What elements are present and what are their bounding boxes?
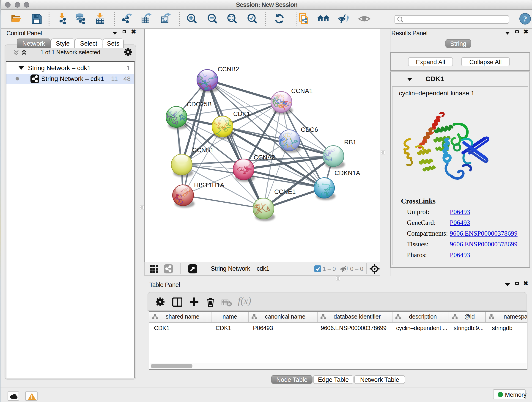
svg-text:CCNA2: CCNA2 bbox=[254, 154, 275, 161]
svg-text:CDKN1A: CDKN1A bbox=[335, 169, 360, 177]
svg-text:CDC6: CDC6 bbox=[301, 126, 318, 133]
svg-text:CCNA1: CCNA1 bbox=[291, 87, 313, 95]
svg-text:CCNE1: CCNE1 bbox=[274, 188, 296, 195]
svg-text:CCNB1: CCNB1 bbox=[192, 147, 214, 153]
svg-text:RB1: RB1 bbox=[344, 139, 356, 146]
svg-text:CDC25B: CDC25B bbox=[187, 101, 212, 108]
svg-text:?: ? bbox=[523, 15, 527, 23]
svg-text:CDK1: CDK1 bbox=[233, 110, 250, 117]
svg-text:CCNB2: CCNB2 bbox=[218, 65, 239, 73]
svg-text:HIST1H1A: HIST1H1A bbox=[194, 182, 224, 189]
